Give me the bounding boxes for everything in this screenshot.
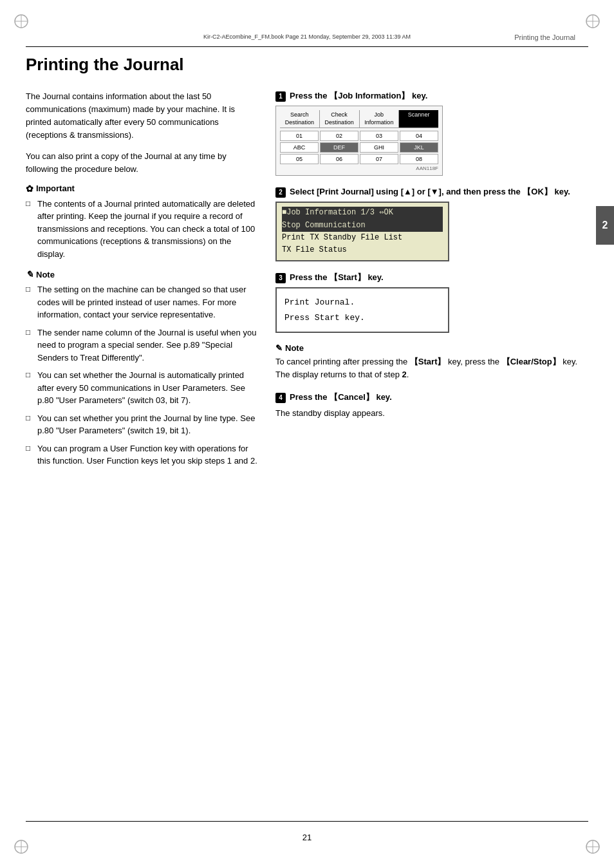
scanner-cell-abc: ABC [280, 142, 319, 153]
step-2-number: 2 [275, 187, 286, 198]
scanner-cell-ghi: GHI [360, 142, 398, 153]
left-column: The Journal contains information about t… [26, 90, 257, 473]
step-2-heading: 2 Select [Print Journal] using [▲] or [▼… [275, 186, 588, 198]
note-icon: ✎ [26, 269, 33, 279]
corner-mark-tl [12, 12, 31, 31]
note-item-3: You can set whether the Journal is autom… [26, 369, 257, 407]
important-list: The contents of a Journal printed automa… [26, 198, 257, 261]
step-4: 4 Press the 【Cancel】 key. The standby di… [275, 392, 588, 420]
important-icon: ✿ [26, 184, 33, 194]
scanner-cell-03: 03 [360, 131, 398, 141]
print-display: Print Journal. Press Start key. [275, 287, 449, 333]
scanner-tabs: SearchDestination CheckDestination JobIn… [280, 110, 438, 128]
scanner-cell-01: 01 [280, 131, 319, 141]
step-3: 3 Press the 【Start】 key. Print Journal. … [275, 272, 588, 333]
note-heading: ✎ Note [26, 269, 257, 279]
step-1-heading: 1 Press the 【Job Information】 key. [275, 90, 588, 102]
scanner-cell-jkl: JKL [400, 142, 438, 153]
top-rule [26, 46, 588, 47]
page-number: 21 [302, 833, 312, 842]
chapter-tab: 2 [596, 206, 614, 245]
step-4-number: 4 [275, 393, 286, 403]
scanner-cell-05: 05 [280, 154, 319, 164]
note-after-step-3: ✎ Note To cancel printing after pressing… [275, 343, 588, 381]
lcd-line-3: Print TX Standby File List [282, 232, 443, 244]
step-3-number: 3 [275, 273, 286, 283]
intro-paragraph-1: The Journal contains information about t… [26, 90, 257, 142]
intro-paragraph-2: You can also print a copy of the Journal… [26, 150, 257, 176]
step-2: 2 Select [Print Journal] using [▲] or [▼… [275, 186, 588, 261]
page-title: Printing the Journal [26, 55, 588, 77]
note-list: The setting on the machine can be change… [26, 283, 257, 467]
scanner-cell-07: 07 [360, 154, 398, 164]
step-1: 1 Press the 【Job Information】 key. Searc… [275, 90, 588, 176]
scanner-cell-06: 06 [320, 154, 358, 164]
step-4-sub: The standby display appears. [275, 407, 588, 420]
scanner-cell-def: DEF [320, 142, 358, 153]
step-1-text: Press the 【Job Information】 key. [290, 90, 427, 102]
scanner-cell-08: 08 [400, 154, 438, 164]
scanner-image-label: AAN118F [280, 165, 438, 171]
step-4-text: Press the 【Cancel】 key. [290, 392, 392, 403]
file-info: Kir-C2-AEcombine_F_FM.book Page 21 Monda… [203, 33, 411, 40]
main-content: Printing the Journal The Journal contain… [26, 55, 588, 813]
two-column-layout: The Journal contains information about t… [26, 90, 588, 473]
corner-mark-tr [583, 12, 602, 31]
page-header: Printing the Journal [514, 33, 575, 41]
important-heading: ✿ Important [26, 184, 257, 194]
step-1-number: 1 [275, 91, 286, 102]
note-item-5: You can program a User Function key with… [26, 442, 257, 467]
right-column: 1 Press the 【Job Information】 key. Searc… [275, 90, 588, 473]
note-item-4: You can set whether you print the Journa… [26, 412, 257, 437]
scanner-grid: 01 02 03 04 ABC DEF GHI JKL 05 06 07 08 [280, 131, 438, 164]
scanner-panel: SearchDestination CheckDestination JobIn… [275, 106, 443, 176]
bottom-rule [26, 821, 588, 822]
important-item-1: The contents of a Journal printed automa… [26, 198, 257, 261]
important-label: Important [36, 184, 75, 193]
step-3-text: Press the 【Start】 key. [290, 272, 384, 283]
step-3-heading: 3 Press the 【Start】 key. [275, 272, 588, 283]
scanner-cell-02: 02 [320, 131, 358, 141]
lcd-display: ■Job Information 1/3 ⇔OK Stop Communicat… [275, 202, 449, 261]
lcd-line-4: TX File Status [282, 244, 443, 256]
scanner-tab-check: CheckDestination [320, 110, 360, 127]
lcd-line-1: ■Job Information 1/3 ⇔OK [282, 207, 443, 219]
scanner-tab-job: JobInformation [360, 110, 400, 127]
note3-heading: ✎ Note [275, 343, 588, 353]
note3-icon: ✎ [275, 343, 283, 353]
step-2-text: Select [Print Journal] using [▲] or [▼],… [290, 186, 570, 198]
lcd-line-2: Stop Communication [282, 220, 443, 232]
scanner-tab-search: SearchDestination [280, 110, 320, 127]
note-item-1: The setting on the machine can be change… [26, 283, 257, 321]
note3-label: Note [285, 343, 304, 353]
print-line-1: Print Journal. [284, 295, 440, 310]
scanner-cell-04: 04 [400, 131, 438, 141]
print-line-2: Press Start key. [284, 310, 440, 325]
note3-body: To cancel printing after pressing the 【S… [275, 355, 588, 381]
scanner-tab-scanner: Scanner [399, 110, 438, 127]
step-4-heading: 4 Press the 【Cancel】 key. [275, 392, 588, 403]
note-label: Note [36, 270, 55, 279]
corner-mark-br [583, 837, 602, 856]
note-item-2: The sender name column of the Journal is… [26, 326, 257, 364]
corner-mark-bl [12, 837, 31, 856]
